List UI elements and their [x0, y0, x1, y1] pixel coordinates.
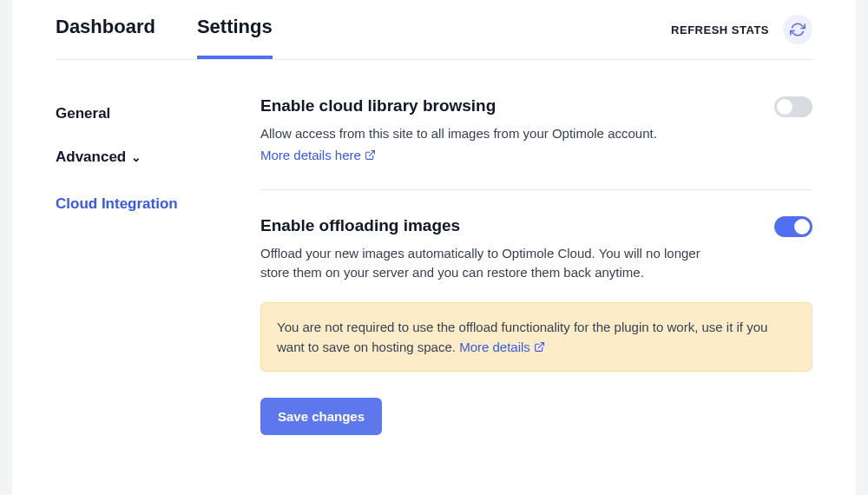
setting-title: Enable offloading images [260, 216, 729, 235]
refresh-stats-button[interactable] [783, 15, 812, 44]
svg-line-0 [369, 150, 374, 155]
tabs: Dashboard Settings [56, 0, 273, 59]
tab-dashboard[interactable]: Dashboard [56, 0, 155, 59]
more-details-link[interactable]: More details here [260, 148, 376, 162]
setting-description: Allow access from this site to all image… [260, 124, 657, 144]
sidebar-item-label: Advanced [56, 148, 126, 166]
setting-offload-images: Enable offloading images Offload your ne… [260, 189, 812, 462]
refresh-stats-label: REFRESH STATS [671, 23, 769, 36]
cloud-library-toggle[interactable] [774, 96, 812, 117]
refresh-icon [790, 22, 806, 37]
toggle-knob [777, 99, 792, 115]
refresh-stats-group: REFRESH STATS [671, 15, 812, 44]
setting-description: Offload your new images automatically to… [260, 244, 729, 283]
toggle-knob [794, 219, 810, 234]
chevron-down-icon: ⌄ [131, 150, 141, 164]
settings-content: Enable cloud library browsing Allow acce… [260, 96, 812, 461]
sidebar-item-general[interactable]: General [56, 96, 212, 131]
external-link-icon [534, 341, 545, 353]
sidebar-item-advanced[interactable]: Advanced ⌄ [56, 140, 212, 175]
topbar: Dashboard Settings REFRESH STATS [56, 0, 812, 60]
settings-sidebar: General Advanced ⌄ Cloud Integration [56, 96, 212, 461]
setting-cloud-library: Enable cloud library browsing Allow acce… [260, 96, 812, 189]
link-label: More details here [260, 148, 361, 162]
external-link-icon [365, 149, 376, 161]
sidebar-item-cloud-integration[interactable]: Cloud Integration [56, 187, 212, 221]
setting-title: Enable cloud library browsing [260, 96, 657, 116]
tab-settings[interactable]: Settings [197, 0, 273, 59]
save-changes-button[interactable]: Save changes [260, 398, 382, 435]
link-label: More details [459, 337, 530, 357]
svg-line-1 [538, 343, 543, 348]
offload-notice: You are not required to use the offload … [260, 302, 812, 373]
offload-images-toggle[interactable] [774, 216, 812, 237]
notice-more-details-link[interactable]: More details [459, 337, 545, 357]
